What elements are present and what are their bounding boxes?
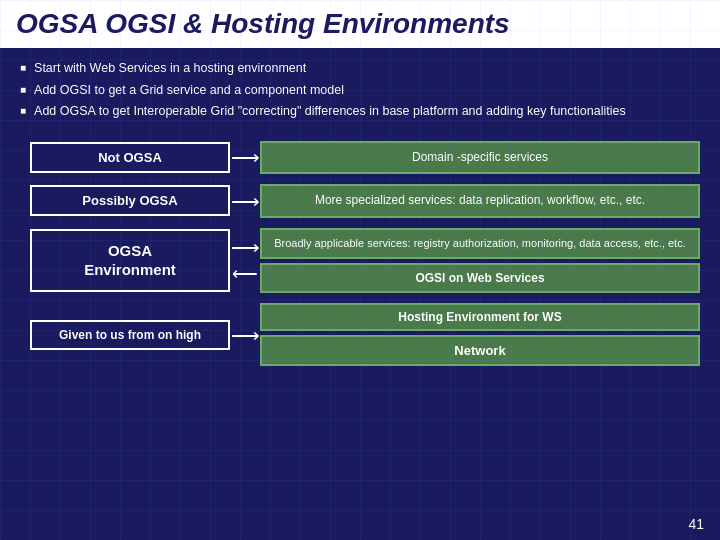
title-bar: OGSA OGSI & Hosting Environments <box>0 0 720 48</box>
arrow-3-group: ⟶ ⟵ <box>230 235 260 285</box>
broadly-applicable-box: Broadly applicable services: registry au… <box>260 228 700 259</box>
network-box: Network <box>260 335 700 366</box>
diagram: Not OGSA ⟶ Domain -specific services Pos… <box>0 141 720 367</box>
domain-specific-box: Domain -specific services <box>260 141 700 175</box>
arrow-1: ⟶ <box>230 145 260 169</box>
arrow-2: ⟶ <box>230 189 260 213</box>
slide: OGSA OGSI & Hosting Environments Start w… <box>0 0 720 540</box>
slide-title: OGSA OGSI & Hosting Environments <box>16 8 704 40</box>
bullet-list: Start with Web Services in a hosting env… <box>20 60 700 121</box>
ogsi-web-services-box: OGSI on Web Services <box>260 263 700 293</box>
given-right-group: Hosting Environment for WS Network <box>260 303 700 366</box>
possibly-ogsa-box: Possibly OGSA <box>30 185 230 216</box>
given-to-us-box: Given to us from on high <box>30 320 230 350</box>
not-ogsa-box: Not OGSA <box>30 142 230 173</box>
more-specialized-box: More specialized services: data replicat… <box>260 184 700 218</box>
bullet-item-1: Start with Web Services in a hosting env… <box>20 60 700 78</box>
page-number: 41 <box>688 516 704 532</box>
arrow-3: ⟶ <box>231 235 260 259</box>
content-area: Start with Web Services in a hosting env… <box>0 56 720 141</box>
hosting-environment-box: Hosting Environment for WS <box>260 303 700 331</box>
bullet-item-3: Add OGSA to get Interoperable Grid "corr… <box>20 103 700 121</box>
ogsa-environment-box: OGSAEnvironment <box>30 229 230 292</box>
ogsa-right-group: Broadly applicable services: registry au… <box>260 228 700 293</box>
arrow-4: ⟶ <box>230 323 260 347</box>
bullet-item-2: Add OGSI to get a Grid service and a com… <box>20 82 700 100</box>
